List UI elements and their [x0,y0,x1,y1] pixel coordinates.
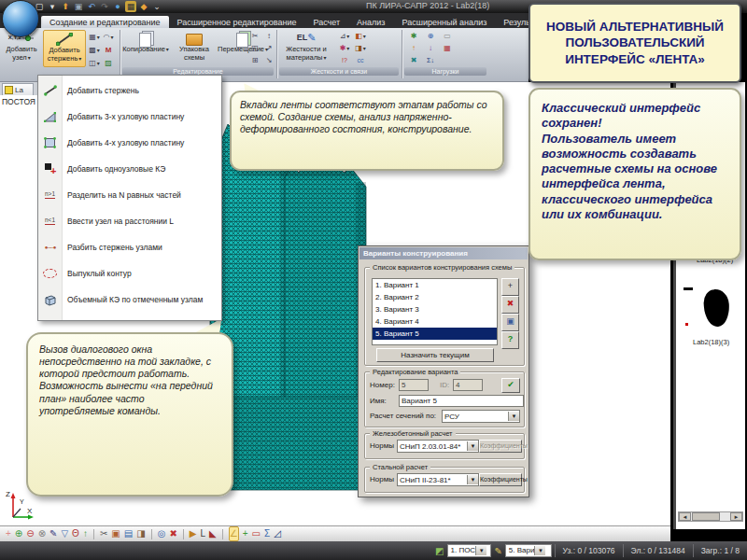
cancel-icon[interactable]: ✖ [169,527,176,540]
proj-yz-icon[interactable]: ◿ [274,527,281,540]
steel-norm-dropdown-icon[interactable]: ▼ [467,475,478,484]
grid-add-icon[interactable]: ⊞ [249,55,261,65]
copy-variant-button[interactable]: ▣ [501,314,519,331]
variant-item-2[interactable]: 2. Вариант 2 [373,291,497,303]
tab-analysis[interactable]: Анализ [348,16,393,28]
stiffness-materials-button[interactable]: EL✎ Жесткости и материалы [279,30,333,67]
load-mesh-icon[interactable]: ▦ [442,43,453,53]
copy-button[interactable]: Копирование [122,30,169,67]
confirm-button[interactable]: ✔ [501,378,520,393]
section-calc-dropdown-icon[interactable]: ▼ [508,412,519,421]
proj-xz-icon[interactable]: ▭ [252,527,261,540]
cc-icon[interactable]: cc [355,55,366,65]
length-icon[interactable]: L [200,527,205,540]
variant-listbox[interactable]: 1. Вариант 1 2. Вариант 2 3. Вариант 3 4… [372,278,498,345]
load-add-icon[interactable]: ⊕ [425,31,436,41]
marker-icon[interactable]: Θ [72,527,79,540]
cut-icon[interactable]: ✂ [249,31,261,41]
app-logo-icon[interactable] [2,0,39,37]
menu-item-volume-fe[interactable]: Объемный КЭ по отмеченным узлам [38,287,221,313]
delete-variant-button[interactable]: ✖ [501,296,519,314]
undo-icon[interactable]: ↶ [86,1,97,12]
save-icon[interactable]: ▣ [73,1,84,12]
proj-xy-icon[interactable]: Σ [264,527,270,540]
menu-item-add-onenode-fe[interactable]: + Добавить одноузловые КЭ [38,156,221,182]
zoom-out-icon[interactable]: ⊖ [26,527,34,540]
presentation-icon[interactable]: ◨ [136,527,145,540]
load-plate-icon[interactable]: ▭ [442,31,453,41]
id-field[interactable]: 4 [453,379,483,391]
tab-calculation[interactable]: Расчет [304,16,348,28]
edit-mode-icon[interactable]: ✎ [49,527,57,540]
magnify-icon[interactable]: ◎ [158,527,166,540]
load-node-icon[interactable]: ✱ [408,31,419,41]
cut-fragment-icon[interactable]: ✂ [100,527,107,540]
zoom-fit-icon[interactable]: ⊗ [38,527,46,540]
active-tool-icon[interactable]: ▦ [125,1,136,12]
variant-select[interactable]: 5. Вари ▼ [505,544,552,557]
restore-icon[interactable]: ▣ [111,527,120,540]
variant-item-4[interactable]: 4. Вариант 4 [373,315,497,328]
flag-icon[interactable]: ◣ [209,527,217,540]
align-icon[interactable]: ↕ [263,31,275,41]
section-calc-select[interactable]: РСУ ▼ [442,410,520,423]
pack-scheme-button[interactable]: Упаковка схемы [171,30,218,67]
tab-create-edit[interactable]: Создание и редактирование [41,16,169,28]
load-down-icon[interactable]: ↓ [425,43,436,53]
fragment-icon[interactable]: ◰ [249,43,261,53]
select-poly-icon[interactable]: + [6,527,11,540]
flags-icon[interactable]: ▤ [124,527,133,540]
menu-item-divide-n[interactable]: n>1 Разделить на N равных частей [38,182,221,208]
view-icon[interactable]: ● [112,1,123,12]
concrete-norm-dropdown-icon[interactable]: ▼ [467,441,478,451]
load-sum-icon[interactable]: Σ↓ [425,55,436,65]
dialog-title[interactable]: Варианты конструирования [359,247,528,259]
scroll-thumb[interactable] [692,512,720,521]
redo-icon[interactable]: ↷ [99,1,110,12]
menu-item-insert-node-l[interactable]: n<1 Ввести узел на расстоянии L [38,208,221,234]
variant-dropdown-icon[interactable]: ▼ [534,546,545,555]
filter-icon[interactable]: ▽ [61,527,68,540]
name-field[interactable]: Вариант 5 [399,395,524,407]
frame-icon[interactable]: ◫ [89,58,100,68]
steel-coeff-button[interactable]: Коэффициенты [479,473,522,486]
preview-hscrollbar[interactable]: ◄ ► [678,511,743,522]
zoom-in-icon[interactable]: ⊕ [15,527,22,540]
help-button[interactable]: ? [501,331,519,349]
menu-item-convex-contour[interactable]: Выпуклый контур [38,260,221,287]
variant-item-1[interactable]: 1. Вариант 1 [373,279,497,291]
number-field[interactable]: 5 [399,379,429,391]
new-dropdown-icon[interactable]: ▾ [47,1,58,12]
surface-icon[interactable]: ◠ [103,32,114,42]
loadcase-select[interactable]: 1. ПОС ▼ [447,544,492,557]
load-up-icon[interactable]: ↑ [408,43,419,53]
variant-item-5-selected[interactable]: 5. Вариант 5 [373,328,497,340]
mesh-icon[interactable]: ▩ [89,45,100,55]
menu-item-add-4node-plate[interactable]: Добавить 4-х узловую пластину [38,130,221,156]
scroll-left-icon[interactable]: ◄ [679,512,691,521]
spotlight-icon[interactable]: ▶ [190,527,197,540]
palette-icon[interactable]: ◆ [138,1,149,12]
rigid-body-icon[interactable]: ◧ [355,31,366,41]
loadcase-dropdown-icon[interactable]: ▼ [475,546,486,555]
concrete-norm-select[interactable]: СНиП 2.03.01-84* ▼ [397,440,479,453]
add-variant-button[interactable]: + [501,278,519,296]
scroll-right-icon[interactable]: ► [730,512,742,521]
move-up-icon[interactable]: ↑ [83,527,88,540]
open-icon[interactable]: ⬆ [60,1,71,12]
steel-norm-select[interactable]: СНиП II-23-81* ▼ [397,473,479,486]
menu-item-add-bar[interactable]: Добавить стержень [38,77,221,104]
menu-item-split-bar[interactable]: ●──● Разбить стержень узлами [38,234,221,260]
support-icon[interactable]: ⊿ [339,31,350,41]
load-delete-icon[interactable]: ✖ [408,55,419,65]
hinge-icon[interactable]: ✱ [339,43,350,53]
menu-item-add-3node-plate[interactable]: Добавить 3-х узловую пластину [38,104,221,130]
tab-advanced-analysis[interactable]: Расширенный анализ [394,16,496,28]
rotate-icon[interactable]: ↗ [263,43,275,53]
mirror-icon[interactable]: ↘ [263,55,275,65]
check-icon[interactable]: !? [339,55,350,65]
isometry-icon[interactable]: ∠ [229,526,239,541]
add-bar-button[interactable]: Добавить стержень [43,30,86,67]
qat-overflow-icon[interactable]: ⌄ [151,1,162,12]
grid-plate-icon[interactable]: ▦ [89,32,100,42]
